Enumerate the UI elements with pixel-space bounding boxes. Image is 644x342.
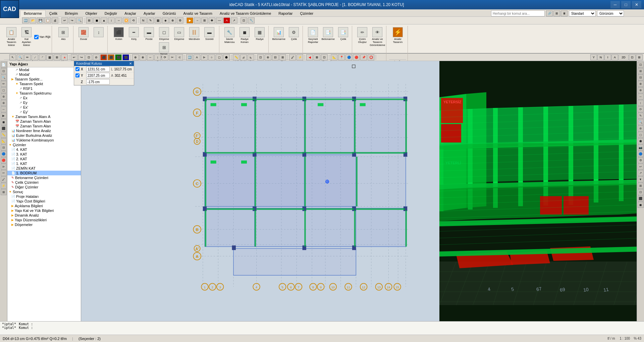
yari-rijit-checkbox[interactable] bbox=[34, 35, 39, 39]
draw-zoom-in[interactable]: 🔍 bbox=[17, 54, 23, 60]
minimize-button[interactable]: ─ bbox=[610, 1, 620, 8]
lt-b6[interactable]: ⊗ bbox=[1, 100, 7, 106]
standard-dropdown[interactable]: Standart bbox=[569, 10, 596, 16]
draw-j4[interactable]: 🔴 bbox=[353, 54, 360, 60]
r3d-b17[interactable]: ↩ bbox=[638, 164, 644, 170]
draw-c8[interactable]: ⬛ bbox=[122, 54, 129, 60]
draw-g2[interactable]: ⊛ bbox=[265, 54, 271, 60]
qa-d4[interactable]: ✚ bbox=[209, 17, 215, 23]
draw-e6[interactable]: ⬟ bbox=[223, 54, 230, 60]
draw-j1[interactable]: 📐 bbox=[331, 54, 337, 60]
qa-b4[interactable]: ↕ bbox=[108, 17, 115, 23]
tree-item-duzensizlik[interactable]: ▶ Yapı Düzensizlikleri bbox=[7, 218, 81, 222]
tree-item-tasarim-spektrumu[interactable]: ▼ Tasarım Spektrumu bbox=[7, 91, 81, 96]
plan-viewport[interactable]: G F F' D C B A' A 1 2 bbox=[81, 61, 439, 321]
draw-b2[interactable]: ⊞ bbox=[54, 54, 60, 60]
qa-print[interactable]: 🖨 bbox=[52, 17, 58, 23]
toolbar-icon-2[interactable]: ⊞ bbox=[553, 10, 560, 16]
lt-b17[interactable]: ✂ bbox=[1, 170, 7, 176]
coord-y-input[interactable] bbox=[86, 73, 110, 78]
tree-item-dinamik[interactable]: ▶ Dinamik Analiz bbox=[7, 213, 81, 218]
r3d-b4[interactable]: ⊗ bbox=[638, 81, 644, 87]
r3d-b2[interactable]: ⊞ bbox=[638, 68, 644, 74]
r3d-b9[interactable]: ✎ bbox=[638, 113, 644, 119]
close-button[interactable]: ✕ bbox=[632, 1, 641, 8]
lt-b15[interactable]: 🔴 bbox=[1, 157, 7, 163]
draw-i2[interactable]: ⊠ bbox=[314, 54, 320, 60]
tree-item-2kat[interactable]: 📄 2. KAT bbox=[7, 157, 81, 161]
qa-b6[interactable]: 🔀 bbox=[123, 17, 129, 23]
btn-duvar[interactable]: 🧱 Duvar bbox=[76, 26, 91, 41]
lt-b19[interactable]: ⚡ bbox=[1, 183, 7, 189]
btn-celik-tasarim[interactable]: ⚙ Çelik bbox=[286, 26, 301, 41]
tree-item-zaman2[interactable]: 📅 Zaman Tanım Alan bbox=[7, 124, 81, 128]
draw-c2[interactable]: ↪ bbox=[78, 54, 85, 60]
r3d-b11[interactable]: ⊛ bbox=[638, 125, 644, 131]
draw-i3[interactable]: ⊡ bbox=[321, 54, 328, 60]
lt-b5[interactable]: ⊕ bbox=[1, 94, 7, 100]
lt-b18[interactable]: 🖊 bbox=[1, 176, 7, 182]
tree-item-yapi-kat[interactable]: ▶ Yapı Kat ve Yük Bilgileri bbox=[7, 208, 81, 213]
lt-b20[interactable]: ⊠ bbox=[1, 189, 7, 195]
qa-c6[interactable]: ⚙ bbox=[177, 17, 183, 23]
tree-item-ex[interactable]: ↗ Ex bbox=[7, 96, 81, 100]
r3d-b22[interactable]: ⬛ bbox=[638, 195, 644, 202]
btn-duvar2[interactable]: ↕ bbox=[91, 26, 106, 41]
lt-b9[interactable]: ◼ bbox=[1, 119, 7, 125]
coord-z-input[interactable] bbox=[86, 79, 110, 84]
tab-goruntu[interactable]: Görüntü bbox=[159, 10, 180, 16]
coord-x-input[interactable] bbox=[86, 66, 110, 72]
coord-x-checkbox[interactable] bbox=[75, 67, 79, 71]
lt-b10[interactable]: ⬛ bbox=[1, 125, 7, 131]
r3d-b8[interactable]: ⟳ bbox=[638, 106, 644, 112]
r3d-b14[interactable]: 📷 bbox=[638, 145, 644, 151]
btn-perde[interactable]: ▬ Perde bbox=[142, 26, 156, 41]
r3d-b12[interactable]: ◻ bbox=[638, 132, 644, 138]
r3d-b23[interactable]: ◼ bbox=[638, 202, 644, 208]
draw-b3[interactable]: 🔺 bbox=[61, 54, 68, 60]
draw-c6[interactable]: ⬛ bbox=[108, 54, 114, 60]
qa-c5[interactable]: ⊕ bbox=[169, 17, 176, 23]
draw-d4[interactable]: ↕ bbox=[154, 54, 161, 60]
lt-b3[interactable]: ✏ bbox=[1, 81, 7, 87]
qa-d3[interactable]: ⊞ bbox=[201, 17, 208, 23]
r3d-b19[interactable]: ▼ bbox=[638, 176, 644, 182]
btn-cizim-olustur[interactable]: ✏ Çizim Oluştur bbox=[355, 26, 370, 47]
toolbar-icon-3[interactable]: 🖥 bbox=[561, 10, 568, 16]
btn-betonarme-rapor[interactable]: 📑 Betonarme bbox=[321, 26, 335, 44]
3d-viewport[interactable]: YETERSİZ YETERLİ 11 10 69 67 5 4 ⊡ ⊞ ⊟ ⊗… bbox=[439, 61, 644, 321]
tree-item-zaman1[interactable]: 📅 Zaman Tanım Alan bbox=[7, 119, 81, 124]
btn-surekli-temel[interactable]: ▬ Sürekli bbox=[202, 26, 217, 41]
draw-arc[interactable]: ◜ bbox=[39, 54, 46, 60]
tree-item-aciklama[interactable]: ▶ Açıklama Bilgileri bbox=[7, 204, 81, 208]
qa-b7[interactable]: ⟲ bbox=[130, 17, 137, 23]
lt-b2[interactable]: 🔍 bbox=[1, 74, 7, 80]
draw-g3[interactable]: ⊟ bbox=[272, 54, 279, 60]
draw-extra1[interactable]: Y bbox=[590, 54, 597, 60]
btn-doseme[interactable]: ◻ Döşeme bbox=[157, 26, 171, 41]
draw-extra4[interactable]: A bbox=[611, 54, 618, 60]
btn-secmeli-raporlar[interactable]: 📄 Seçmeli Raporlar bbox=[306, 26, 320, 44]
draw-d6[interactable]: ✂ bbox=[169, 54, 176, 60]
tree-item-4kat[interactable]: 📄 4. KAT bbox=[7, 147, 81, 152]
tab-birlesim[interactable]: Birleşim bbox=[61, 10, 82, 16]
r3d-b3[interactable]: ⊟ bbox=[638, 74, 644, 80]
lt-b12[interactable]: 📐 bbox=[1, 138, 7, 144]
draw-g1[interactable]: ⊡ bbox=[257, 54, 264, 60]
lt-b1[interactable]: ⊡ bbox=[1, 68, 7, 74]
btn-kolon[interactable]: ⬛ Kolon bbox=[111, 26, 126, 41]
qa-d2[interactable]: → bbox=[194, 17, 201, 23]
qa-c4[interactable]: ◈ bbox=[162, 17, 169, 23]
draw-e3[interactable]: ⊳ bbox=[201, 54, 208, 60]
tree-item-zemin[interactable]: 📄 ZEMİN KAT bbox=[7, 166, 81, 171]
r3d-b1[interactable]: ⊡ bbox=[638, 62, 644, 68]
lt-b16[interactable]: ⊳ bbox=[1, 164, 7, 170]
tab-cizimler[interactable]: Çizimler bbox=[296, 10, 317, 16]
tree-item-ey2[interactable]: ↗ Ey' bbox=[7, 110, 81, 114]
btn-doseme-kenari[interactable]: ▭ Döşeme bbox=[172, 26, 186, 41]
r3d-b20[interactable]: ⊠ bbox=[638, 183, 644, 189]
draw-g4[interactable]: ⊞ bbox=[279, 54, 286, 60]
tab-objeler[interactable]: Objeler bbox=[82, 10, 101, 16]
tab-degistir[interactable]: Değiştir bbox=[101, 10, 121, 16]
tree-item-yukleme[interactable]: 📊 Yükleme Kombinasyon bbox=[7, 138, 81, 142]
